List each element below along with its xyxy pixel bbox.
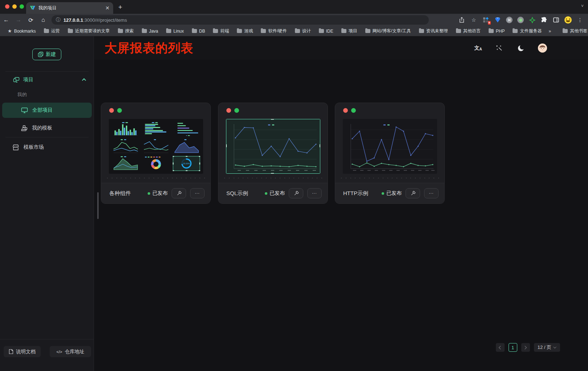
- project-thumbnail[interactable]: [343, 119, 437, 174]
- selection-handle: [271, 119, 274, 120]
- dot-separator: [341, 178, 439, 178]
- extension-command-icon[interactable]: ⌘: [506, 17, 513, 23]
- new-tab-button[interactable]: +: [118, 3, 122, 11]
- bookmark-folder-label: 文件服务器: [520, 28, 542, 34]
- sidebar-group-label: 项目: [23, 77, 33, 83]
- bookmark-folder[interactable]: 前端: [209, 28, 233, 34]
- minimize-window-button[interactable]: [12, 4, 17, 9]
- reload-button[interactable]: ⟳: [25, 17, 37, 24]
- page-size-value: 12 / 页: [538, 344, 551, 351]
- edit-project-button[interactable]: [172, 188, 186, 198]
- browser-tab[interactable]: 我的项目 ✕: [26, 2, 113, 14]
- bookmark-folder[interactable]: 文件服务器: [509, 28, 546, 34]
- selection-handle: [271, 173, 274, 174]
- repo-button[interactable]: </> 仓库地址: [50, 346, 91, 357]
- bookmark-folder[interactable]: PHP: [485, 29, 509, 34]
- url-path: :3000/#/project/items: [83, 17, 127, 23]
- sidebar-item-my-templates[interactable]: 我的模板: [2, 120, 92, 136]
- extension-grid-icon[interactable]: 9: [482, 16, 489, 24]
- bookmark-folder[interactable]: Java: [138, 29, 162, 34]
- folder-icon: [142, 29, 147, 33]
- project-card[interactable]: HTTP示例 已发布 ...: [335, 103, 445, 204]
- chevron-up-icon: [82, 78, 86, 82]
- docs-button[interactable]: 说明文档: [4, 346, 41, 357]
- extensions-puzzle-icon[interactable]: [540, 16, 548, 24]
- selection-overlay: [226, 119, 320, 174]
- other-bookmarks[interactable]: 其他书签: [559, 28, 588, 34]
- tab-title: 我的项目: [38, 5, 57, 11]
- more-actions-button[interactable]: ...: [190, 188, 205, 198]
- next-page-button[interactable]: [521, 343, 530, 352]
- dot-separator: [224, 178, 322, 178]
- mini-donut-chart: [142, 156, 170, 171]
- bookmark-folder[interactable]: 网站/博客/文章/工具: [361, 28, 415, 34]
- bookmark-folder[interactable]: DB: [188, 29, 209, 34]
- site-info-icon[interactable]: ⓘ: [56, 17, 61, 23]
- current-page-button[interactable]: 1: [509, 343, 517, 352]
- more-actions-button[interactable]: ...: [307, 188, 322, 198]
- bookmark-folder-label: 游戏: [244, 28, 253, 34]
- bookmark-folder[interactable]: 游戏: [233, 28, 257, 34]
- scrollbar-thumb[interactable]: [97, 192, 99, 219]
- bookmark-star-icon[interactable]: ☆: [470, 16, 477, 24]
- folder-icon: [456, 29, 461, 33]
- address-bar[interactable]: ⓘ 127.0.0.1:3000/#/project/items: [52, 15, 429, 25]
- side-panel-icon[interactable]: [552, 16, 560, 24]
- home-button[interactable]: ⌂: [37, 17, 49, 23]
- tab-search-chevron-icon[interactable]: ˅: [581, 4, 584, 9]
- window-controls[interactable]: [5, 4, 24, 9]
- back-button[interactable]: ←: [0, 17, 12, 23]
- bookmark-folder[interactable]: 近期需要读的文章: [64, 28, 114, 34]
- card-window-dots: [109, 108, 122, 113]
- forward-button[interactable]: →: [12, 17, 25, 23]
- bookmarks-bar: ★ Bookmarks 运营 近期需要读的文章 搜索: [0, 26, 588, 36]
- extension-star-icon[interactable]: [529, 16, 536, 24]
- magic-wand-icon[interactable]: [495, 44, 504, 53]
- mini-bar-chart: [111, 121, 140, 137]
- dark-mode-moon-icon[interactable]: [517, 44, 525, 53]
- bookmark-folder[interactable]: 资讯未整理: [415, 28, 452, 34]
- folder-icon: [213, 29, 218, 33]
- more-actions-button[interactable]: ...: [424, 188, 439, 198]
- close-window-button[interactable]: [5, 4, 9, 9]
- bookmark-folder-label: PHP: [496, 29, 505, 34]
- profile-avatar-icon[interactable]: [564, 16, 572, 24]
- bookmark-folder[interactable]: 其他语言: [452, 28, 485, 34]
- sidebar-item-template-market[interactable]: 模板市场: [0, 141, 94, 154]
- bookmark-folder[interactable]: 项目: [337, 28, 361, 34]
- user-avatar[interactable]: [538, 44, 547, 53]
- edit-project-button[interactable]: [406, 188, 420, 198]
- share-icon[interactable]: [458, 16, 465, 24]
- tab-close-icon[interactable]: ✕: [105, 5, 110, 11]
- sidebar-item-label: 模板市场: [24, 144, 44, 151]
- project-thumbnail[interactable]: [226, 119, 320, 174]
- hammer-icon: [176, 191, 182, 196]
- bookmark-folder[interactable]: 运营: [40, 28, 64, 34]
- bookmarks-manager[interactable]: ★ Bookmarks: [4, 28, 40, 34]
- bookmark-folder[interactable]: IDE: [315, 29, 337, 34]
- project-thumbnail[interactable]: 25.00%: [109, 119, 203, 174]
- project-card[interactable]: SQL示例 已发布 ...: [218, 103, 328, 204]
- browser-menu-icon[interactable]: ⋮: [576, 16, 584, 24]
- sidebar-group-projects[interactable]: 项目: [0, 74, 94, 86]
- sidebar-item-all-projects[interactable]: 全部项目: [2, 103, 92, 118]
- extension-gem-icon[interactable]: [494, 16, 501, 24]
- maximize-window-button[interactable]: [20, 4, 24, 9]
- language-switch-icon[interactable]: 文A: [474, 44, 482, 53]
- prev-page-button[interactable]: [496, 343, 505, 352]
- page-size-select[interactable]: 12 / 页: [534, 343, 560, 352]
- bookmark-folder[interactable]: 软件/硬件: [257, 28, 291, 34]
- bookmark-folder[interactable]: 设计: [291, 28, 315, 34]
- page-title: 大屏报表的列表: [104, 40, 193, 57]
- edit-project-button[interactable]: [289, 188, 303, 198]
- green-dot-icon: [234, 108, 239, 113]
- code-icon: </>: [57, 350, 62, 354]
- red-dot-icon: [343, 108, 348, 113]
- folder-icon: [319, 29, 324, 33]
- project-card[interactable]: 25.00% 各种组件 已发布 ...: [101, 103, 211, 204]
- create-project-button[interactable]: 新建: [32, 49, 61, 60]
- bookmark-folder[interactable]: 搜索: [114, 28, 138, 34]
- bookmark-folder[interactable]: Linux: [162, 29, 188, 34]
- bookmarks-overflow-chevron[interactable]: »: [546, 29, 554, 34]
- extension-dot-icon[interactable]: [517, 17, 524, 23]
